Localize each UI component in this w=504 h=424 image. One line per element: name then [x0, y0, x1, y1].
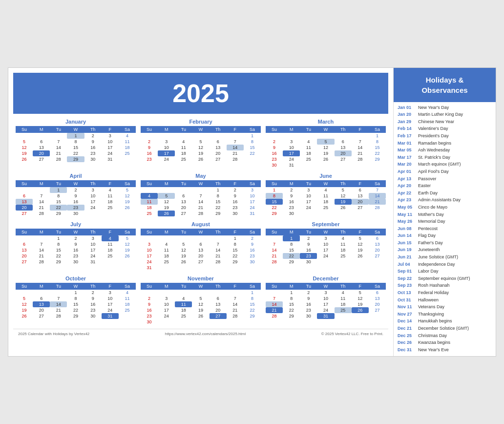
calendar-day: 25 [335, 253, 352, 259]
calendar-day: 3 [317, 235, 334, 241]
calendar-day: 28 [210, 259, 227, 265]
calendar-day: 26 [175, 259, 192, 265]
holiday-date: Jul 04 [398, 261, 418, 268]
calendar-day: 6 [16, 193, 33, 199]
calendar-day [335, 162, 352, 168]
day-header-th: Th [84, 283, 102, 290]
month-table-january: SuMTuWThFSa12345678910111213141516171819… [16, 126, 136, 162]
calendar-day [158, 319, 175, 325]
calendar-day: 23 [266, 156, 283, 162]
day-header-tu: Tu [50, 283, 67, 290]
calendar-day [210, 133, 227, 139]
month-table-december: SuMTuWThFSa12345678910111213141516171819… [266, 283, 386, 319]
calendar-day: 11 [335, 241, 352, 247]
calendar-day [141, 187, 158, 193]
calendar-day [244, 319, 261, 325]
calendar-day: 20 [369, 247, 386, 253]
calendar-day: 27 [369, 253, 386, 259]
month-table-october: SuMTuWThFSa12345678910111213141516171819… [16, 283, 136, 319]
calendar-day: 19 [317, 150, 334, 156]
holiday-name: Labor Day [418, 268, 439, 275]
holiday-date: Jan 01 [398, 105, 418, 111]
calendar-day: 16 [300, 247, 317, 253]
calendar-day: 26 [352, 253, 369, 259]
calendar-day: 25 [175, 156, 192, 162]
holiday-item: Dec 26Kwanzaa begins [398, 339, 492, 346]
calendar-day: 19 [16, 307, 33, 313]
day-header-su: Su [16, 283, 33, 290]
calendar-day: 16 [67, 247, 84, 253]
calendar-day: 27 [16, 211, 33, 216]
calendar-day: 30 [141, 319, 158, 325]
calendar-day: 27 [16, 259, 33, 265]
calendar-day: 9 [141, 145, 158, 150]
calendar-day: 2 [67, 235, 84, 241]
calendar-day: 7 [192, 193, 209, 199]
calendar-day [210, 265, 227, 271]
footer: 2025 Calendar with Holidays by Vertex42 … [13, 329, 388, 339]
holiday-item: Mar 17St. Patrick's Day [398, 154, 492, 161]
holiday-date: Nov 11 [398, 304, 418, 310]
calendar-day: 28 [352, 156, 369, 162]
calendar-day: 27 [33, 156, 50, 162]
calendar-day [266, 133, 283, 139]
calendar-day: 3 [158, 296, 175, 301]
calendar-day [227, 133, 244, 139]
calendar-day: 30 [84, 156, 102, 162]
calendar-day: 26 [352, 307, 369, 313]
holiday-item: Mar 05Ash Wednesday [398, 147, 492, 153]
calendar-day: 22 [227, 253, 244, 259]
calendar-day: 30 [84, 313, 102, 319]
calendar-day: 11 [102, 241, 119, 247]
calendar-day: 23 [300, 307, 317, 313]
calendar-day: 8 [227, 241, 244, 247]
calendar-day: 15 [283, 301, 300, 307]
calendar-day: 5 [119, 235, 136, 241]
calendar-day: 6 [352, 187, 369, 193]
footer-center: https://www.vertex42.com/calendars/2025.… [165, 332, 246, 336]
calendar-day: 15 [244, 145, 261, 150]
calendar-day: 15 [369, 145, 386, 150]
day-header-f: F [227, 283, 244, 290]
day-header-sa: Sa [119, 126, 136, 133]
calendar-day: 11 [317, 193, 334, 199]
calendar-day: 1 [67, 133, 84, 139]
calendar-day: 1 [266, 187, 283, 193]
calendar-day: 8 [266, 193, 283, 199]
holiday-name: Kwanzaa begins [418, 339, 450, 346]
day-header-w: W [317, 180, 334, 187]
calendar-day: 18 [335, 301, 352, 307]
calendar-day: 8 [283, 296, 300, 301]
calendar-day: 11 [119, 139, 136, 145]
calendar-day [141, 235, 158, 241]
calendar-day [16, 133, 33, 139]
calendar-day: 22 [244, 307, 261, 313]
holiday-name: Passover [418, 176, 437, 182]
holiday-item: Dec 25Christmas Day [398, 333, 492, 339]
calendar-day: 26 [158, 211, 175, 216]
day-header-sa: Sa [244, 126, 261, 133]
month-title-december: December [266, 276, 386, 281]
calendar-day: 13 [352, 193, 369, 199]
calendar-day: 14 [192, 199, 209, 205]
calendar-day: 21 [192, 205, 209, 211]
calendar-day [158, 265, 175, 271]
calendar-day [175, 319, 192, 325]
calendar-day: 14 [33, 247, 50, 253]
day-header-f: F [227, 126, 244, 133]
calendar-day: 20 [175, 205, 192, 211]
calendar-day: 16 [283, 199, 300, 205]
holiday-item: Dec 31New Year's Eve [398, 347, 492, 353]
calendar-day: 18 [102, 247, 119, 253]
calendar-day: 29 [67, 156, 84, 162]
calendar-day: 12 [352, 241, 369, 247]
calendar-day: 24 [84, 253, 102, 259]
calendar-day: 4 [335, 290, 352, 296]
calendar-day: 22 [266, 205, 283, 211]
day-header-f: F [102, 126, 119, 133]
calendar-day: 15 [50, 247, 67, 253]
calendar-day: 9 [67, 241, 84, 247]
calendar-day: 2 [84, 290, 102, 296]
calendar-day: 29 [50, 211, 67, 216]
day-header-f: F [352, 126, 369, 133]
